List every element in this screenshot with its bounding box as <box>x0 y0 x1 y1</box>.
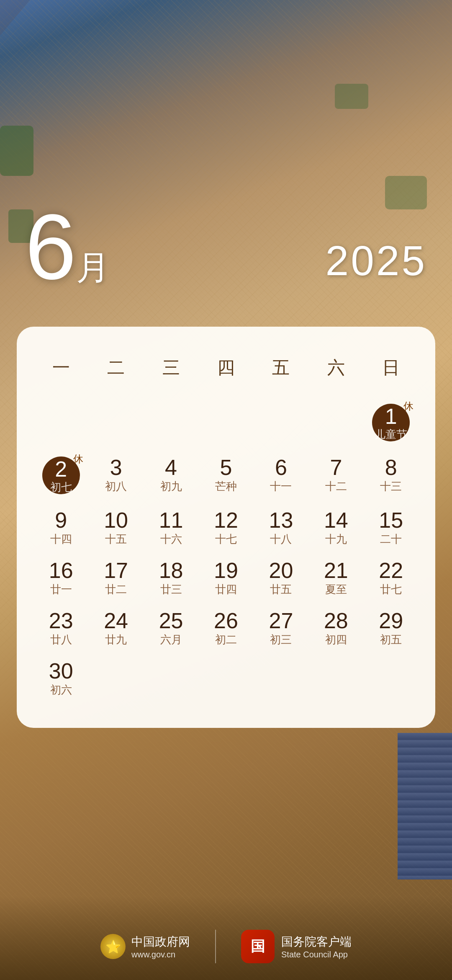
cal-cell-empty-end-3 <box>198 652 253 703</box>
date-sub-2: 初七 <box>50 482 72 493</box>
date-sub-15: 二十 <box>380 534 402 544</box>
cal-cell-jun15[interactable]: 15 二十 <box>364 502 419 552</box>
cal-cell-jun12[interactable]: 12 十七 <box>198 502 253 552</box>
date-num-1: 1 <box>385 405 397 427</box>
date-sub-18: 廿三 <box>160 584 182 595</box>
cal-cell-jun6[interactable]: 6 十一 <box>254 449 308 502</box>
cal-cell-jun2[interactable]: 休 2 初七 <box>33 449 88 502</box>
date-sub-13: 十八 <box>270 534 292 544</box>
date-sub-12: 十七 <box>215 534 237 544</box>
cal-cell-jun18[interactable]: 18 廿三 <box>144 552 198 602</box>
cal-cell-jun17[interactable]: 17 廿二 <box>88 552 143 602</box>
cal-cell-jun24[interactable]: 24 廿九 <box>88 602 143 652</box>
cal-cell-jun4[interactable]: 4 初九 <box>144 449 198 502</box>
cal-cell-jun16[interactable]: 16 廿一 <box>33 552 88 602</box>
date-sub-11: 十六 <box>160 534 182 544</box>
weekday-mon: 一 <box>33 348 88 388</box>
cal-cell-empty-1 <box>33 396 88 449</box>
cal-cell-jun23[interactable]: 23 廿八 <box>33 602 88 652</box>
date-num-15: 15 <box>379 509 403 531</box>
cal-cell-jun7[interactable]: 7 十二 <box>308 449 363 502</box>
month-zh: 月 <box>76 245 110 291</box>
date-num-26: 26 <box>214 610 238 632</box>
date-sub-26: 初二 <box>215 634 237 645</box>
weekday-thu: 四 <box>198 348 253 388</box>
gov-emblem: ⭐ <box>100 934 126 959</box>
cal-cell-jun29[interactable]: 29 初五 <box>364 602 419 652</box>
gov-name: 中国政府网 <box>131 934 190 950</box>
calendar-card: 一 二 三 四 五 六 日 休 1 儿童节 休 2 初七 <box>17 327 435 728</box>
date-sub-1: 儿童节 <box>375 429 407 440</box>
cal-cell-jun21[interactable]: 21 夏至 <box>308 552 363 602</box>
cal-cell-jun14[interactable]: 14 十九 <box>308 502 363 552</box>
cal-cell-empty-5 <box>254 396 308 449</box>
cal-cell-jun3[interactable]: 3 初八 <box>88 449 143 502</box>
cal-cell-jun28[interactable]: 28 初四 <box>308 602 363 652</box>
day-headers: 一 二 三 四 五 六 日 <box>33 348 419 388</box>
cal-cell-jun30[interactable]: 30 初六 <box>33 652 88 703</box>
cal-cell-jun13[interactable]: 13 十八 <box>254 502 308 552</box>
date-num-11: 11 <box>159 509 183 531</box>
cal-cell-empty-2 <box>88 396 143 449</box>
date-num-3: 3 <box>110 456 122 478</box>
date-circle-2: 2 初七 <box>42 456 80 494</box>
date-sub-25: 六月 <box>160 634 182 645</box>
cal-cell-jun25[interactable]: 25 六月 <box>144 602 198 652</box>
date-sub-27: 初三 <box>270 634 292 645</box>
date-num-19: 19 <box>214 560 238 581</box>
weekday-sat: 六 <box>308 348 363 388</box>
cal-cell-jun9[interactable]: 9 十四 <box>33 502 88 552</box>
cal-cell-jun26[interactable]: 26 初二 <box>198 602 253 652</box>
date-sub-8: 十三 <box>380 481 402 492</box>
cal-cell-jun1[interactable]: 休 1 儿童节 <box>364 396 419 449</box>
date-num-10: 10 <box>104 509 128 531</box>
date-sub-16: 廿一 <box>50 584 72 595</box>
gov-logo[interactable]: ⭐ 中国政府网 www.gov.cn <box>100 934 190 959</box>
date-num-13: 13 <box>269 509 293 531</box>
date-sub-19: 廿四 <box>215 584 237 595</box>
date-num-12: 12 <box>214 509 238 531</box>
date-sub-28: 初四 <box>325 634 347 645</box>
cal-cell-jun22[interactable]: 22 廿七 <box>364 552 419 602</box>
date-num-9: 9 <box>55 509 67 531</box>
date-sub-24: 廿九 <box>105 634 127 645</box>
date-num-2: 2 <box>55 458 67 480</box>
weekday-fri: 五 <box>254 348 308 388</box>
date-num-23: 23 <box>49 610 73 632</box>
date-num-29: 29 <box>379 610 403 632</box>
state-council-logo[interactable]: 国 国务院客户端 State Council App <box>241 930 352 963</box>
cal-cell-jun5[interactable]: 5 芒种 <box>198 449 253 502</box>
date-circle-1: 1 儿童节 <box>372 404 410 441</box>
cal-cell-jun20[interactable]: 20 廿五 <box>254 552 308 602</box>
date-sub-21: 夏至 <box>325 584 347 595</box>
date-num-21: 21 <box>324 560 348 581</box>
cal-cell-empty-end-2 <box>144 652 198 703</box>
date-num-20: 20 <box>269 560 293 581</box>
cal-cell-jun8[interactable]: 8 十三 <box>364 449 419 502</box>
state-council-name: 国务院客户端 <box>281 934 352 950</box>
date-num-7: 7 <box>330 456 342 478</box>
month-header: 6 月 2025 <box>0 201 452 293</box>
solar-panels <box>398 733 452 879</box>
cal-cell-jun11[interactable]: 11 十六 <box>144 502 198 552</box>
cal-cell-jun10[interactable]: 10 十五 <box>88 502 143 552</box>
cal-cell-empty-end-5 <box>308 652 363 703</box>
date-sub-23: 廿八 <box>50 634 72 645</box>
date-sub-14: 十九 <box>325 534 347 544</box>
date-num-6: 6 <box>275 456 287 478</box>
date-num-25: 25 <box>159 610 183 632</box>
date-num-30: 30 <box>49 660 73 682</box>
date-num-17: 17 <box>104 560 128 581</box>
date-num-8: 8 <box>385 456 397 478</box>
date-num-28: 28 <box>324 610 348 632</box>
date-sub-30: 初六 <box>50 684 72 695</box>
date-sub-3: 初八 <box>105 481 127 492</box>
cal-cell-jun19[interactable]: 19 廿四 <box>198 552 253 602</box>
cal-cell-empty-3 <box>144 396 198 449</box>
cal-cell-empty-end-1 <box>88 652 143 703</box>
gov-logo-text: 中国政府网 www.gov.cn <box>131 934 190 959</box>
footer-divider <box>215 930 216 963</box>
date-sub-22: 廿七 <box>380 584 402 595</box>
cal-cell-jun27[interactable]: 27 初三 <box>254 602 308 652</box>
weekday-tue: 二 <box>88 348 143 388</box>
